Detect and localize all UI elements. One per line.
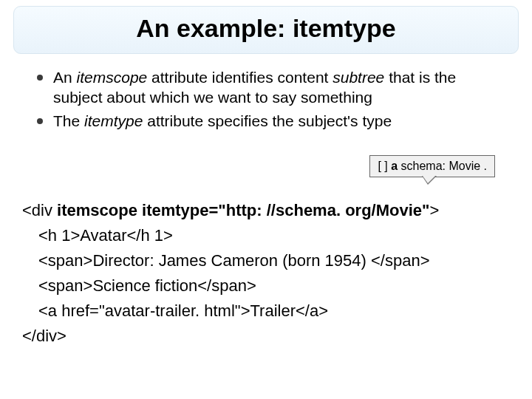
text: attribute specifies the subject's type [143,112,392,129]
code-line: </div> [22,324,439,349]
text: attribute identifies content [147,69,332,86]
code-line: <h 1>Avatar</h 1> [22,223,439,248]
callout-lead: [ ] [378,160,391,172]
code-block: <div itemscope itemtype="http: //schema.… [22,198,439,349]
bullet-text: The itemtype attribute specifies the sub… [53,111,392,131]
callout-pointer-fill [423,176,435,183]
bullet-item: The itemtype attribute specifies the sub… [37,111,502,131]
text-bold: itemscope itemtype="http: //schema. org/… [57,201,429,219]
bullet-list: An itemscope attribute identifies conten… [37,67,502,131]
text: An [53,69,77,86]
text: The [53,112,84,129]
callout-rest: schema: Movie . [398,160,487,172]
text-italic: itemscope [77,69,148,86]
code-line: <div itemscope itemtype="http: //schema.… [22,198,439,223]
bullet-item: An itemscope attribute identifies conten… [37,67,502,108]
text-italic: subtree [332,69,384,86]
slide-title: An example: itemtype [14,14,518,43]
bullet-text: An itemscope attribute identifies conten… [53,67,502,108]
text: <div [22,201,57,219]
code-line: <a href="avatar-trailer. html">Trailer</… [22,299,439,324]
callout-bold: a [391,160,398,172]
code-line: <span>Science fiction</span> [22,273,439,299]
bullet-dot-icon [37,118,43,124]
text-italic: itemtype [84,112,143,129]
code-line: <span>Director: James Cameron (born 1954… [22,248,439,273]
text: > [429,201,439,219]
callout: [ ] a schema: Movie . [369,155,495,177]
bullet-dot-icon [37,75,43,81]
title-box: An example: itemtype [13,6,519,54]
callout-box: [ ] a schema: Movie . [369,155,495,177]
